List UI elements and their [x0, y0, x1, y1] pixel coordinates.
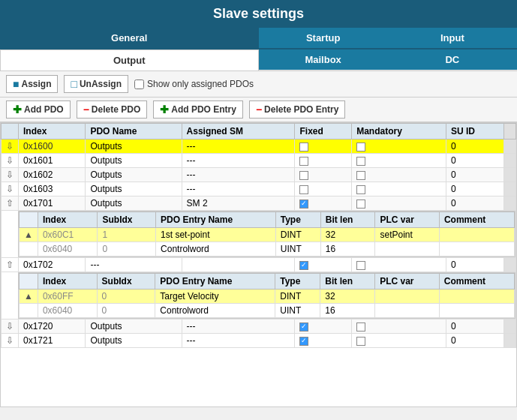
sub-cell-plc-var	[375, 304, 440, 318]
add-pdo-entry-button[interactable]: ✚ Add PDO Entry	[153, 100, 243, 118]
sub-cell-pdo-entry-name: Target Velocity	[155, 290, 275, 304]
fixed-checkbox[interactable]	[299, 185, 308, 194]
tab-startup[interactable]: Startup	[259, 28, 388, 48]
toolbar-row2: ✚ Add PDO − Delete PDO ✚ Add PDO Entry −…	[0, 98, 517, 122]
sub-table-wrapper: IndexSubIdxPDO Entry NameTypeBit lenPLC …	[18, 211, 515, 257]
sub-row[interactable]: 0x60400ControlwordUINT16	[20, 304, 515, 318]
cell-assigned-sm: ---	[182, 182, 295, 196]
mandatory-checkbox[interactable]	[356, 171, 365, 180]
sub-cell-type: DINT	[275, 228, 320, 242]
table-row[interactable]: ⇩0x1721Outputs---0	[2, 334, 516, 348]
sub-cell-comment	[439, 304, 514, 318]
nav-col[interactable]: ▲	[20, 228, 38, 242]
page-title: Slave settings	[213, 6, 304, 21]
cell-pdo-name: Outputs	[86, 140, 182, 154]
main-table-wrapper: Index PDO Name Assigned SM Fixed Mandato…	[0, 122, 517, 407]
unassign-label: UnAssign	[80, 79, 122, 89]
cell-assigned-sm: ---	[182, 320, 295, 334]
expand-toggle[interactable]: ⇧	[2, 258, 19, 272]
mandatory-checkbox[interactable]	[356, 337, 365, 346]
tab-output[interactable]: Output	[0, 50, 259, 70]
expand-toggle[interactable]: ⇩	[2, 140, 19, 154]
sub-col-bit-len: Bit len	[320, 212, 375, 228]
add-pdo-label: Add PDO	[24, 104, 64, 115]
col-mandatory: Mandatory	[352, 124, 446, 140]
show-only-checkbox[interactable]	[134, 80, 144, 89]
table-row[interactable]: ⇩0x1601Outputs---0	[2, 154, 516, 168]
mandatory-checkbox[interactable]	[356, 322, 365, 332]
cell-index: 0x1720	[19, 320, 86, 334]
cell-mandatory	[352, 168, 446, 182]
table-row[interactable]: ⇧0x1701OutputsSM 20	[2, 196, 516, 211]
fixed-checkbox[interactable]	[299, 337, 308, 346]
cell-index: 0x1601	[19, 154, 86, 168]
cell-su-id: 0	[446, 154, 504, 168]
assign-button[interactable]: ■ Assign	[6, 75, 58, 93]
table-row[interactable]: ⇩0x1720Outputs---0	[2, 320, 516, 334]
nav-col[interactable]	[20, 242, 38, 256]
fixed-checkbox[interactable]	[299, 171, 308, 180]
fixed-checkbox[interactable]	[299, 200, 308, 208]
table-row[interactable]: ⇩0x1600Outputs---0	[2, 140, 516, 154]
table-row[interactable]: ⇩0x1603Outputs---0	[2, 182, 516, 196]
sub-cell-bit-len: 32	[320, 228, 375, 242]
mandatory-checkbox[interactable]	[356, 185, 365, 194]
cell-mandatory	[352, 196, 446, 211]
delete-pdo-button[interactable]: − Delete PDO	[77, 100, 148, 118]
assign-icon: ■	[13, 78, 19, 90]
tab-general[interactable]: General	[0, 28, 259, 48]
mandatory-checkbox[interactable]	[356, 157, 365, 166]
table-row[interactable]: ⇧0x1702---0	[2, 258, 516, 272]
fixed-checkbox[interactable]	[299, 322, 308, 332]
delete-entry-icon: −	[256, 104, 262, 116]
expand-header	[2, 124, 19, 140]
sub-col-type: Type	[275, 274, 320, 290]
nav-col[interactable]	[20, 304, 38, 318]
cell-mandatory	[352, 334, 446, 348]
expand-toggle[interactable]: ⇩	[2, 154, 19, 168]
sub-row[interactable]: ▲0x60C111st set-pointDINT32setPoint	[20, 228, 515, 242]
sub-cell-comment	[439, 290, 514, 304]
sub-row[interactable]: 0x60400ControlwordUINT16	[20, 242, 515, 256]
cell-assigned-sm: ---	[182, 154, 295, 168]
tab-input[interactable]: Input	[388, 28, 517, 48]
cell-fixed	[295, 258, 352, 272]
sub-cell-bit-len: 32	[320, 290, 375, 304]
expand-toggle[interactable]: ⇩	[2, 168, 19, 182]
sub-col-pdo-entry-name: PDO Entry Name	[155, 274, 275, 290]
col-index: Index	[19, 124, 86, 140]
add-pdo-button[interactable]: ✚ Add PDO	[6, 100, 71, 118]
mandatory-checkbox[interactable]	[356, 142, 365, 152]
mandatory-checkbox[interactable]	[356, 200, 365, 208]
tab-mailbox[interactable]: Mailbox	[259, 50, 388, 70]
main-table: Index PDO Name Assigned SM Fixed Mandato…	[1, 123, 516, 348]
mandatory-checkbox[interactable]	[356, 261, 365, 270]
cell-su-id: 0	[446, 182, 504, 196]
delete-pdo-entry-button[interactable]: − Delete PDO Entry	[249, 100, 346, 118]
expand-toggle[interactable]: ⇩	[2, 334, 19, 348]
sub-cell-pdo-entry-name: 1st set-point	[156, 228, 276, 242]
expand-toggle[interactable]: ⇩	[2, 320, 19, 334]
fixed-checkbox[interactable]	[299, 142, 308, 152]
cell-index: 0x1701	[19, 196, 86, 211]
fixed-checkbox[interactable]	[299, 261, 308, 270]
show-only-label[interactable]: Show only assigned PDOs	[134, 79, 254, 89]
delete-pdo-label: Delete PDO	[92, 104, 140, 115]
sub-cell-plc-var	[375, 242, 439, 256]
scroll-col	[504, 196, 516, 211]
sub-cell-plc-var: setPoint	[375, 228, 439, 242]
table-row[interactable]: ⇩0x1602Outputs---0	[2, 168, 516, 182]
expand-toggle[interactable]: ⇧	[2, 196, 19, 211]
nav-col[interactable]: ▲	[20, 290, 38, 304]
scroll-col	[504, 140, 516, 154]
tab-dc[interactable]: DC	[388, 50, 517, 70]
cell-su-id: 0	[446, 320, 504, 334]
sub-cell-index: 0x60FF	[38, 290, 97, 304]
add-entry-icon: ✚	[160, 104, 169, 116]
cell-fixed	[295, 320, 352, 334]
expand-toggle[interactable]: ⇩	[2, 182, 19, 196]
cell-pdo-name: Outputs	[86, 168, 182, 182]
sub-row[interactable]: ▲0x60FF0Target VelocityDINT32	[20, 290, 515, 304]
unassign-button[interactable]: □ UnAssign	[64, 75, 128, 93]
fixed-checkbox[interactable]	[299, 157, 308, 166]
